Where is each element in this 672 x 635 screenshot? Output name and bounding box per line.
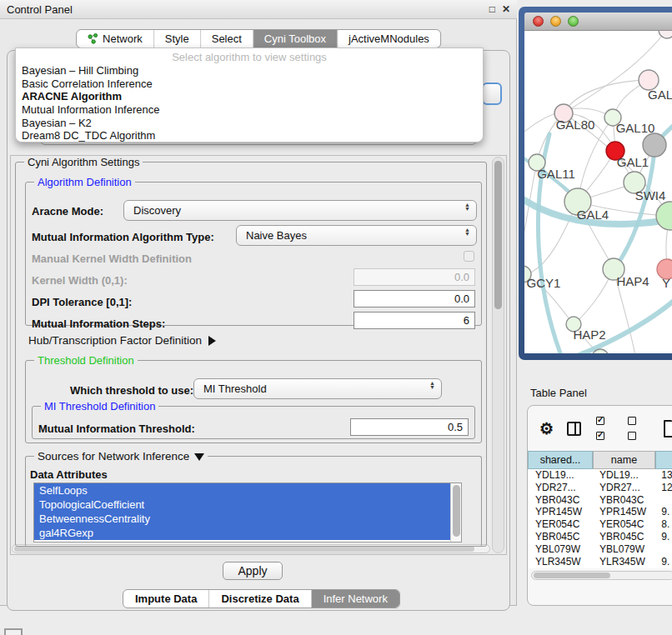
- network-window-titlebar[interactable]: [524, 12, 672, 31]
- table-body: YDL19...YDL19...13YDR27...YDR27...12YBR0…: [528, 469, 672, 568]
- table-row[interactable]: YDL19...YDL19...13: [528, 469, 672, 482]
- close-window-icon[interactable]: ✕: [502, 3, 510, 15]
- network-edge[interactable]: [524, 162, 537, 231]
- table-row[interactable]: YBR045CYBR045C9.: [528, 531, 672, 543]
- data-attribute-item[interactable]: BetweennessCentrality: [34, 512, 451, 526]
- network-label-GAL1: GAL1: [617, 155, 649, 169]
- mi-algorithm-type-combobox[interactable]: Naive Bayes ▲▼: [236, 225, 477, 246]
- zoom-traffic-light-icon[interactable]: [568, 16, 579, 27]
- settings-vertical-scrollbar[interactable]: [492, 157, 504, 553]
- inference-algorithm-combo-fragment[interactable]: [482, 82, 502, 105]
- combo-stepper-icon: ▲▼: [464, 228, 470, 236]
- mi-threshold-definition-legend: MI Threshold Definition: [41, 400, 158, 412]
- tab-jactivemnodules[interactable]: jActiveMNodules: [338, 30, 440, 48]
- dpi-tolerance-label: DPI Tolerance [0,1]:: [32, 296, 132, 308]
- data-attribute-item[interactable]: SelfLoops: [34, 483, 451, 498]
- close-traffic-light-icon[interactable]: [533, 16, 544, 27]
- table-cell: [654, 494, 672, 507]
- tab-impute-data[interactable]: Impute Data: [123, 590, 209, 608]
- mi-threshold-value: 0.5: [448, 421, 463, 433]
- data-attribute-item[interactable]: TopologicalCoefficient: [34, 498, 451, 512]
- control-panel-tab-bar: Network Style Select Cyni Toolbox jActiv…: [76, 29, 441, 48]
- list-scroll-thumb[interactable]: [453, 485, 460, 537]
- manual-kernel-width-checkbox: [464, 251, 474, 262]
- algorithm-dropdown-popup: Select algorithm to view settings Bayesi…: [15, 48, 484, 142]
- which-threshold-combobox[interactable]: MI Threshold ▲▼: [193, 378, 442, 399]
- network-node[interactable]: [656, 202, 672, 230]
- combo-stepper-icon: ▲▼: [464, 202, 470, 211]
- mi-steps-field[interactable]: 6: [354, 312, 475, 329]
- gear-icon[interactable]: ⚙: [539, 419, 554, 438]
- network-label-GAL4: GAL4: [577, 208, 609, 222]
- algorithm-option[interactable]: ARACNE Algorithm: [16, 90, 483, 103]
- table-cell: 9.: [654, 506, 672, 518]
- apply-button[interactable]: Apply: [223, 562, 283, 580]
- tab-discretize-data-label: Discretize Data: [221, 592, 298, 605]
- mi-threshold-field[interactable]: 0.5: [350, 418, 469, 436]
- table-cell: YDR27...: [528, 482, 592, 494]
- algorithm-option[interactable]: Bayesian – Hill Climbing: [16, 64, 483, 78]
- dpi-tolerance-field[interactable]: 0.0: [354, 290, 475, 308]
- checked-box-icon: [596, 417, 604, 425]
- table-cell: 8.: [654, 518, 672, 531]
- tab-cyni-toolbox[interactable]: Cyni Toolbox: [253, 30, 338, 48]
- tab-jactivemnodules-label: jActiveMNodules: [349, 32, 429, 45]
- export-table-icon[interactable]: [664, 420, 672, 438]
- minimized-window-tab[interactable]: [4, 628, 23, 635]
- table-row[interactable]: YDR27...YDR27...12: [528, 482, 672, 494]
- tab-discretize-data[interactable]: Discretize Data: [209, 590, 311, 608]
- manual-kernel-width-label: Manual Kernel Width Definition: [32, 252, 192, 265]
- table-row[interactable]: YPR145WYPR145W9.: [528, 506, 672, 518]
- table-cell: 9.: [654, 556, 672, 568]
- table-cell: YBR043C: [528, 494, 592, 507]
- tab-infer-network[interactable]: Infer Network: [312, 590, 399, 608]
- table-row[interactable]: YIL052CYIL052C9: [528, 568, 672, 568]
- hub-definition-toggle[interactable]: Hub/Transcription Factor Definition: [28, 334, 216, 347]
- algorithm-option[interactable]: Basic Correlation Inference: [16, 78, 483, 91]
- unchecked-box-icon: [628, 417, 636, 425]
- table-row[interactable]: YBR043CYBR043C: [528, 494, 672, 507]
- kernel-width-value: 0.0: [454, 271, 469, 283]
- data-attribute-item[interactable]: gal4RGexp: [34, 526, 451, 540]
- column-header-name[interactable]: name: [593, 451, 655, 469]
- sources-legend[interactable]: Sources for Network Inference: [34, 450, 208, 462]
- table-panel: ⚙ shared... name YDL19...YDL19...13YDR27…: [527, 405, 672, 606]
- dpi-tolerance-value: 0.0: [454, 292, 469, 305]
- table-cell: YER054C: [528, 518, 592, 531]
- column-header-shared-name[interactable]: shared...: [528, 451, 593, 469]
- tab-network[interactable]: Network: [77, 30, 154, 48]
- algorithm-option[interactable]: Dream8 DC_TDC Algorithm: [16, 129, 483, 142]
- network-canvas[interactable]: GAL80GALGAL10GAL1GAL11SWI4GAL4GCY1HAP4YH…: [524, 31, 672, 353]
- columns-icon[interactable]: [567, 422, 581, 436]
- list-vertical-scrollbar[interactable]: [450, 483, 461, 542]
- table-cell: YPR145W: [528, 506, 592, 518]
- tab-network-label: Network: [103, 32, 143, 45]
- table-cell: 9.: [654, 531, 672, 543]
- vertical-scroll-thumb[interactable]: [494, 161, 502, 309]
- table-horizontal-scrollbar[interactable]: [531, 571, 672, 580]
- tab-style-label: Style: [165, 32, 189, 45]
- table-row[interactable]: YER054CYER054C8.: [528, 518, 672, 531]
- horizontal-scroll-thumb[interactable]: [14, 546, 474, 552]
- network-node-gal10[interactable]: [643, 133, 666, 157]
- table-row[interactable]: YBL079WYBL079W: [528, 543, 672, 556]
- table-cell: YBR045C: [592, 531, 654, 543]
- algorithm-option[interactable]: Mutual Information Inference: [16, 103, 483, 117]
- minimize-traffic-light-icon[interactable]: [550, 16, 561, 27]
- table-row[interactable]: YLR345WYLR345W9.: [528, 556, 672, 568]
- column-header-partial[interactable]: [655, 451, 672, 469]
- unselect-all-columns-icon[interactable]: [624, 413, 644, 443]
- algorithm-option[interactable]: Bayesian – K2: [16, 117, 483, 130]
- tab-style[interactable]: Style: [154, 30, 201, 48]
- unchecked-box-icon: [628, 432, 636, 440]
- data-attributes-list[interactable]: SelfLoopsTopologicalCoefficientBetweenne…: [33, 482, 462, 542]
- table-cell: YBL079W: [592, 543, 654, 556]
- float-window-icon[interactable]: □: [489, 3, 495, 15]
- aracne-mode-combobox[interactable]: Discovery ▲▼: [123, 200, 477, 221]
- tab-select[interactable]: Select: [201, 30, 253, 48]
- select-all-columns-icon[interactable]: [593, 413, 613, 443]
- table-cell: YBR043C: [592, 494, 654, 507]
- aracne-mode-value: Discovery: [133, 204, 181, 217]
- table-scroll-thumb[interactable]: [534, 572, 610, 578]
- data-attributes-label: Data Attributes: [30, 468, 108, 481]
